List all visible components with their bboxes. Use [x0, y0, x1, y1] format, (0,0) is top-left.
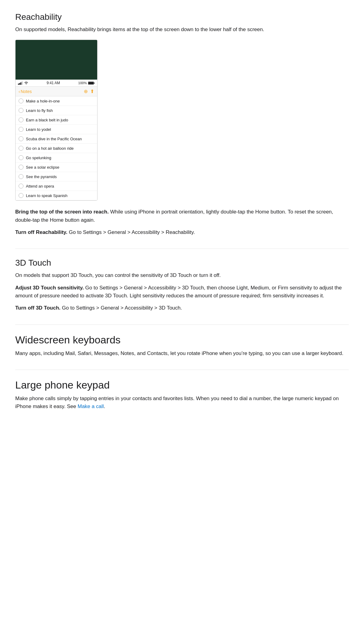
large-keypad-section: Large phone keypad Make phone calls simp… — [15, 379, 349, 411]
widescreen-section: Widescreen keyboards Many apps, includin… — [15, 334, 349, 357]
svg-rect-1 — [19, 83, 20, 85]
large-keypad-intro: Make phone calls simply by tapping entri… — [15, 395, 349, 411]
3d-touch-body-2: Turn off 3D Touch. Go to Settings > Gene… — [15, 304, 349, 312]
signal-icon — [18, 81, 23, 85]
svg-rect-5 — [88, 82, 94, 84]
phone-nav-bar: ‹ Notes ⊕ ⬆ — [16, 87, 97, 96]
3d-touch-rest-2: Go to Settings > General > Accessibility… — [61, 305, 182, 311]
notes-list: Make a hole-in-one Learn to fly fish Ear… — [16, 96, 97, 200]
reachability-intro: On supported models, Reachability brings… — [15, 26, 349, 34]
3d-touch-body-1: Adjust 3D Touch sensitivity. Go to Setti… — [15, 284, 349, 300]
divider-2 — [15, 324, 349, 325]
share-icon[interactable]: ⬆ — [90, 88, 94, 94]
note-circle-1 — [19, 108, 23, 113]
note-circle-8 — [19, 174, 23, 179]
reachability-rest-2: Go to Settings > General > Accessibility… — [67, 229, 195, 235]
large-keypad-title: Large phone keypad — [15, 379, 349, 391]
battery-area: 100% — [78, 81, 95, 85]
note-item-5: Go on a hot air balloon ride — [16, 144, 97, 153]
3d-touch-title: 3D Touch — [15, 258, 349, 268]
3d-touch-bold-2: Turn off 3D Touch. — [15, 305, 61, 311]
svg-rect-3 — [22, 81, 23, 85]
nav-icons: ⊕ ⬆ — [84, 88, 94, 94]
note-item-2: Earn a black belt in judo — [16, 115, 97, 125]
status-time: 9:41 AM — [47, 81, 60, 85]
make-a-call-link[interactable]: Make a call — [78, 403, 104, 409]
widescreen-title: Widescreen keyboards — [15, 334, 349, 346]
note-circle-5 — [19, 146, 23, 151]
note-item-4: Scuba dive in the Pacific Ocean — [16, 134, 97, 144]
3d-touch-bold-1: Adjust 3D Touch sensitivity. — [15, 285, 84, 291]
widescreen-intro: Many apps, including Mail, Safari, Messa… — [15, 350, 349, 357]
note-item-6: Go spelunking — [16, 153, 97, 163]
divider-3 — [15, 370, 349, 370]
note-circle-3 — [19, 127, 23, 132]
reachability-bold-1: Bring the top of the screen into reach. — [15, 209, 109, 215]
signal-area — [18, 81, 28, 85]
large-keypad-intro-text: Make phone calls simply by tapping entri… — [15, 396, 339, 409]
note-item-10: Learn to speak Spanish — [16, 191, 97, 200]
note-circle-7 — [19, 165, 23, 170]
note-circle-10 — [19, 193, 23, 198]
divider-1 — [15, 249, 349, 249]
svg-rect-2 — [20, 82, 21, 85]
reachability-title: Reachability — [15, 12, 349, 22]
note-item-0: Make a hole-in-one — [16, 96, 97, 106]
phone-status-bar: 9:41 AM 100% — [16, 80, 97, 87]
note-item-8: See the pyramids — [16, 172, 97, 181]
note-circle-6 — [19, 155, 23, 160]
note-circle-9 — [19, 184, 23, 188]
note-circle-0 — [19, 99, 23, 103]
reachability-body-2: Turn off Reachability. Go to Settings > … — [15, 228, 349, 236]
reachability-body-1: Bring the top of the screen into reach. … — [15, 208, 349, 224]
note-circle-2 — [19, 117, 23, 122]
svg-rect-0 — [18, 84, 19, 85]
wifi-icon — [24, 81, 28, 85]
back-button[interactable]: ‹ Notes — [19, 89, 32, 94]
note-item-1: Learn to fly fish — [16, 106, 97, 115]
3d-touch-section: 3D Touch On models that support 3D Touch… — [15, 258, 349, 312]
reachability-bold-2: Turn off Reachability. — [15, 229, 67, 235]
3d-touch-intro: On models that support 3D Touch, you can… — [15, 271, 349, 279]
note-item-3: Learn to yodel — [16, 125, 97, 134]
svg-rect-6 — [94, 82, 94, 84]
back-label: Notes — [21, 89, 32, 94]
add-note-icon[interactable]: ⊕ — [84, 88, 88, 94]
note-circle-4 — [19, 136, 23, 141]
phone-frame: 9:41 AM 100% ‹ Notes ⊕ — [15, 40, 97, 201]
reachability-section: Reachability On supported models, Reacha… — [15, 12, 349, 236]
large-keypad-suffix: . — [104, 403, 105, 409]
note-item-7: See a solar eclipse — [16, 163, 97, 172]
phone-top-dark-area — [16, 40, 97, 80]
note-item-9: Attend an opera — [16, 181, 97, 191]
battery-percent: 100% — [78, 81, 87, 85]
battery-icon — [88, 81, 95, 85]
phone-screenshot-container: 9:41 AM 100% ‹ Notes ⊕ — [15, 40, 349, 201]
